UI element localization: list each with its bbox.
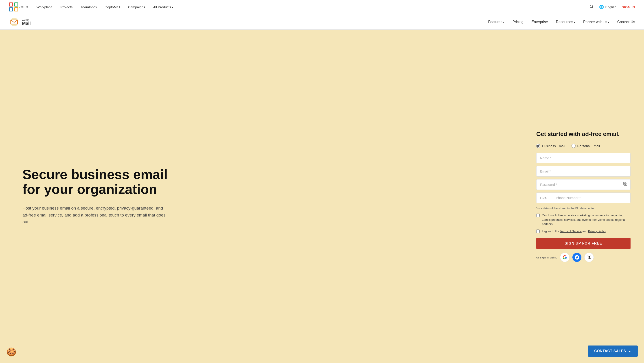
nav-partner[interactable]: Partner with us [583, 20, 609, 24]
svg-line-1 [592, 8, 593, 8]
google-signin-button[interactable] [560, 252, 570, 262]
marketing-checkbox-label: Yes, I would like to receive marketing c… [542, 213, 630, 226]
nav-contact[interactable]: Contact Us [617, 20, 635, 24]
search-icon [589, 4, 594, 9]
sign-in-link[interactable]: SIGN IN [622, 5, 635, 9]
phone-input[interactable] [552, 193, 630, 203]
eye-icon-svg [623, 182, 628, 186]
phone-prefix: +380 [536, 193, 552, 203]
globe-icon: 🌐 [599, 5, 604, 10]
mail-logo-mail: Mail [22, 21, 31, 26]
terms-checkbox-label: I agree to the Terms of Service and Priv… [542, 229, 607, 234]
contact-sales-button[interactable]: CONTACT SALES ▲ [588, 346, 638, 357]
personal-email-radio[interactable] [572, 144, 576, 148]
top-nav-zeptomail[interactable]: ZeptoMail [105, 5, 120, 9]
privacy-policy-link[interactable]: Privacy Policy [588, 230, 606, 233]
marketing-checkbox-group: Yes, I would like to receive marketing c… [536, 213, 630, 226]
business-email-label: Business Email [542, 144, 565, 148]
sq-yellow [14, 8, 18, 12]
zoho-logo[interactable]: ZOHO [9, 2, 28, 12]
name-input[interactable] [536, 153, 630, 163]
terms-of-service-link[interactable]: Terms of Service [560, 230, 582, 233]
svg-line-3 [623, 182, 627, 186]
terms-checkbox[interactable] [536, 230, 540, 233]
business-email-radio[interactable] [536, 144, 540, 148]
data-center-note: Your data will be stored in the EU data … [536, 207, 630, 210]
marketing-checkbox[interactable] [536, 214, 540, 217]
top-nav-left: ZOHO Workplace Projects TeamInbox ZeptoM… [9, 2, 173, 12]
top-nav-campaigns[interactable]: Campaigns [128, 5, 145, 9]
top-nav: ZOHO Workplace Projects TeamInbox ZeptoM… [0, 0, 644, 14]
personal-email-label: Personal Email [577, 144, 600, 148]
contact-sales-label: CONTACT SALES [594, 349, 626, 353]
social-signin-text: or sign in using [536, 256, 558, 259]
language-label: English [605, 5, 616, 9]
email-type-toggle: Business Email Personal Email [536, 144, 630, 148]
google-icon [562, 255, 567, 260]
phone-row: +380 [536, 192, 630, 203]
hero-subtext: Host your business email on a secure, en… [22, 205, 166, 225]
facebook-signin-button[interactable] [572, 252, 582, 262]
svg-point-0 [590, 5, 593, 8]
cookie-icon[interactable]: 🍪 [6, 347, 16, 357]
top-nav-allproducts[interactable]: All Products [153, 5, 173, 9]
right-panel: Get started with ad-free email. Business… [527, 30, 644, 363]
sq-red [9, 2, 13, 6]
nav-pricing[interactable]: Pricing [512, 20, 524, 24]
top-nav-right: 🌐 English SIGN IN [589, 4, 635, 10]
email-input[interactable] [536, 166, 630, 176]
name-group [536, 153, 630, 163]
x-signin-button[interactable] [584, 252, 594, 262]
secondary-nav: Zoho Mail Features Pricing Enterprise Re… [0, 14, 644, 30]
secondary-nav-links: Features Pricing Enterprise Resources Pa… [488, 20, 635, 24]
nav-features[interactable]: Features [488, 20, 504, 24]
top-nav-workplace[interactable]: Workplace [36, 5, 52, 9]
nav-enterprise[interactable]: Enterprise [532, 20, 548, 24]
hero-headline: Secure business email for your organizat… [22, 167, 180, 197]
search-button[interactable] [589, 4, 594, 10]
facebook-icon [575, 255, 579, 260]
business-email-option[interactable]: Business Email [536, 144, 565, 148]
zoho-squares [9, 2, 18, 12]
personal-email-option[interactable]: Personal Email [572, 144, 600, 148]
mail-logo-icon [9, 17, 19, 27]
signup-button[interactable]: SIGN UP FOR FREE [536, 238, 630, 249]
social-signin: or sign in using [536, 252, 630, 262]
main-content: Secure business email for your organizat… [0, 30, 644, 363]
top-nav-teaminbox[interactable]: TeamInbox [80, 5, 97, 9]
terms-checkbox-group: I agree to the Terms of Service and Priv… [536, 229, 630, 234]
chevron-up-icon: ▲ [628, 349, 632, 353]
nav-resources[interactable]: Resources [556, 20, 575, 24]
toggle-password-icon[interactable] [623, 182, 628, 187]
zoho-logo-text: ZOHO [19, 6, 28, 9]
password-input[interactable] [536, 179, 630, 190]
mail-logo-text: Zoho Mail [22, 18, 31, 26]
sq-blue [9, 8, 13, 12]
sq-green [14, 2, 18, 6]
top-nav-projects[interactable]: Projects [60, 5, 72, 9]
left-panel: Secure business email for your organizat… [0, 30, 527, 363]
email-group [536, 166, 630, 176]
zoho-mail-logo[interactable]: Zoho Mail [9, 17, 31, 27]
language-selector[interactable]: 🌐 English [599, 5, 616, 10]
form-title: Get started with ad-free email. [536, 130, 630, 138]
zoho-link[interactable]: Zoho's [542, 218, 551, 222]
x-icon [587, 255, 591, 259]
phone-group: +380 [536, 192, 630, 203]
password-group [536, 179, 630, 190]
